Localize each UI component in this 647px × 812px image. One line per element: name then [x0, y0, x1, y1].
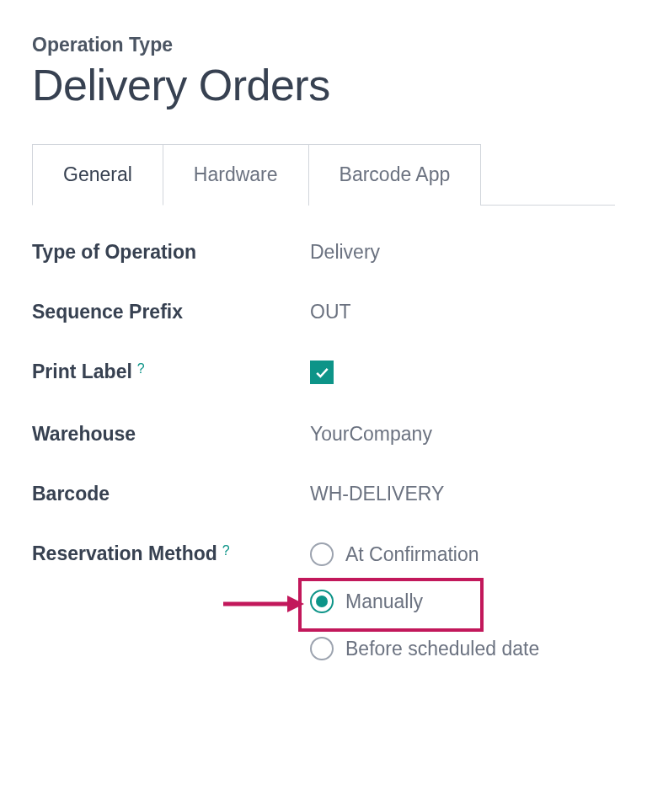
label-print-label-text: Print Label [32, 361, 132, 383]
value-sequence-prefix: OUT [310, 301, 615, 323]
radio-icon [310, 637, 334, 660]
tab-barcode-app[interactable]: Barcode App [309, 144, 482, 206]
help-icon[interactable]: ? [137, 361, 145, 377]
field-barcode: Barcode WH-DELIVERY [32, 483, 615, 505]
annotation-arrow-icon [222, 591, 306, 617]
value-type-of-operation: Delivery [310, 241, 615, 264]
radio-label: At Confirmation [345, 543, 479, 566]
field-warehouse: Warehouse YourCompany [32, 423, 615, 446]
tab-general[interactable]: General [32, 144, 163, 206]
check-icon [313, 364, 330, 381]
page-title: Delivery Orders [32, 60, 615, 110]
value-reservation-method: At Confirmation Manually Before schedule… [310, 542, 615, 660]
radio-label: Manually [345, 590, 423, 613]
value-print-label [310, 361, 615, 386]
label-reservation-method: Reservation Method ? [32, 542, 310, 565]
help-icon[interactable]: ? [222, 543, 230, 558]
form-label: Operation Type [32, 34, 615, 56]
form-content: Type of Operation Delivery Sequence Pref… [32, 206, 615, 660]
radio-before-scheduled-date[interactable]: Before scheduled date [310, 637, 615, 660]
checkbox-print-label[interactable] [310, 361, 334, 384]
svg-marker-1 [287, 596, 304, 612]
tab-hardware[interactable]: Hardware [163, 144, 309, 206]
field-reservation-method: Reservation Method ? At Confirmation Man… [32, 542, 615, 660]
radio-manually[interactable]: Manually [310, 590, 615, 613]
tabs: General Hardware Barcode App [32, 144, 615, 206]
label-sequence-prefix: Sequence Prefix [32, 301, 310, 323]
field-sequence-prefix: Sequence Prefix OUT [32, 301, 615, 323]
radio-icon [310, 542, 334, 566]
radio-at-confirmation[interactable]: At Confirmation [310, 542, 615, 566]
radio-group-reservation: At Confirmation Manually Before schedule… [310, 542, 615, 660]
radio-icon [310, 590, 334, 613]
label-type-of-operation: Type of Operation [32, 241, 310, 264]
value-barcode: WH-DELIVERY [310, 483, 615, 505]
label-print-label: Print Label ? [32, 361, 310, 383]
field-print-label: Print Label ? [32, 361, 615, 386]
radio-label: Before scheduled date [345, 638, 539, 660]
label-reservation-method-text: Reservation Method [32, 542, 217, 565]
field-type-of-operation: Type of Operation Delivery [32, 241, 615, 264]
label-barcode: Barcode [32, 483, 310, 505]
value-warehouse: YourCompany [310, 423, 615, 446]
label-warehouse: Warehouse [32, 423, 310, 446]
